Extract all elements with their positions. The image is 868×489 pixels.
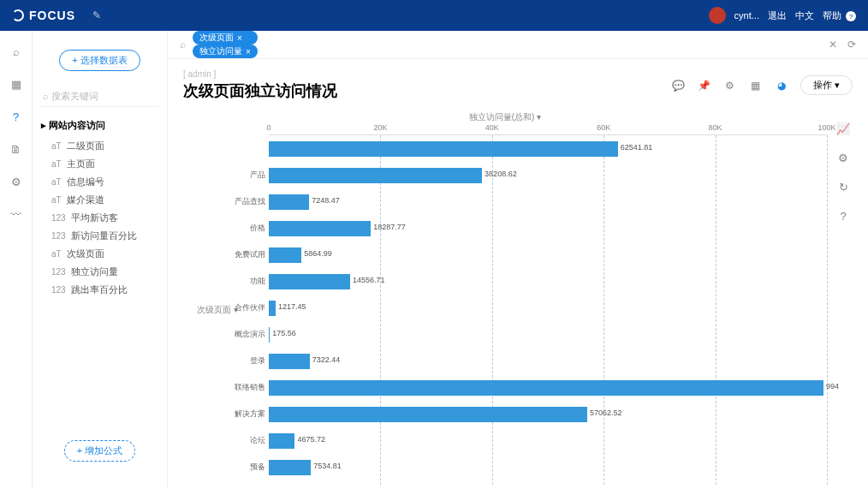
bar-value-label: 4675.72 [297,435,325,444]
field-type-icon: 123 [51,267,66,277]
brand-logo: FOCUS [12,9,75,22]
refresh-icon[interactable]: ⟳ [847,39,856,51]
edit-icon[interactable]: ✎ [92,9,104,21]
tree-item-label: 独立访问量 [71,265,118,278]
bar-row: 解决方案57062.52 [269,401,827,427]
bar[interactable]: 18287.77 [269,221,371,236]
page-title: 次级页面独立访问情况 [183,81,337,101]
query-pill[interactable]: 次级页面 × [193,31,258,45]
search-icon[interactable]: ⌕ [180,39,186,51]
bar-value-label: 7248.47 [312,196,340,205]
query-bar: ⌕ 次级页面 ×独立访问量 × ✕ ⟳ [168,31,868,59]
tree-item-label: 媒介渠道 [67,194,104,206]
field-type-icon: 123 [51,285,66,295]
tree-item[interactable]: 123独立访问量 [41,263,158,281]
comment-icon[interactable]: 💬 [672,79,686,92]
bar-value-label: 57062.52 [590,408,622,417]
clear-icon[interactable]: ✕ [829,39,837,51]
username[interactable]: cynt... [734,10,759,21]
logout-link[interactable]: 退出 [768,9,787,22]
tree-item[interactable]: aT次级页面 [41,245,158,263]
avatar[interactable] [709,7,726,24]
breadcrumb: [ admin ] [183,69,337,79]
help-icon[interactable]: ? [836,209,850,223]
sidebar: + 选择数据表 ⌕ 搜索关键词 ▸ 网站内容访问 aT二级页面aT主页面aT信息… [33,31,168,489]
bar-chart: 独立访问量(总和) ▾ 020K40K60K80K100K 次级页面 ▾ 625… [183,111,827,489]
close-icon[interactable]: × [246,47,251,57]
tree-item-label: 平均新访客 [71,212,118,224]
bar-value-label: 62541.81 [621,143,653,152]
field-type-icon: aT [51,159,62,169]
help-link[interactable]: 帮助 ? [823,9,856,22]
tree-item[interactable]: 123跳出率百分比 [41,281,158,299]
x-tick: 100K [817,123,835,132]
settings-icon[interactable]: ⚙ [723,79,737,92]
x-axis-title[interactable]: 独立访问量(总和) ▾ [183,111,827,123]
bar-row: 合作伙伴1217.45 [269,295,827,321]
query-pill[interactable]: 独立访问量 × [193,45,258,58]
bar-category-label: 产品 [200,170,265,181]
lang-switch[interactable]: 中文 [795,9,814,22]
bar[interactable]: 7534.81 [269,460,311,475]
bar-category-label: 联络销售 [200,382,265,393]
add-formula-button[interactable]: + 增加公式 [64,440,135,462]
bar-row: 产品查找7248.47 [269,188,827,215]
report-icon[interactable]: 🗎 [9,142,23,156]
tree-item[interactable]: aT主页面 [41,155,158,173]
config-icon[interactable]: ⚙ [836,151,850,164]
bar[interactable]: 7248.47 [269,194,309,210]
search-icon[interactable]: ⌕ [9,45,23,58]
tree-item[interactable]: 123平均新访客 [41,209,158,227]
bar[interactable]: 1217.45 [269,301,276,316]
bar-value-label: 175.56 [272,329,296,337]
grid-line [827,135,828,485]
field-type-icon: aT [51,249,62,259]
bar[interactable]: 4675.72 [269,433,294,449]
select-data-button[interactable]: + 选择数据表 [59,50,140,71]
bar-category-label: 解决方案 [200,408,265,420]
bar-value-label: 7322.44 [312,355,341,364]
edit-chart-icon[interactable]: 📈 [836,122,850,135]
bar-category-label: 预备 [200,462,265,473]
tree-item-label: 主页面 [67,158,95,170]
bar[interactable]: 14556.71 [269,274,350,289]
bar[interactable]: 5864.99 [269,247,301,263]
tree-item-label: 二级页面 [67,140,104,152]
bar[interactable]: 57062.52 [269,407,587,422]
bar[interactable]: 62541.81 [269,141,618,157]
question-icon[interactable]: ? [9,110,23,123]
bar-value-label: 5864.99 [304,249,332,258]
board-icon[interactable]: ▦ [9,77,23,91]
tree-item-label: 新访问量百分比 [71,230,137,242]
tree-item[interactable]: 123新访问量百分比 [41,227,158,245]
table-icon[interactable]: ▦ [749,79,763,92]
bar-row: 预备7534.81 [269,454,827,480]
bar[interactable]: 7322.44 [269,354,310,369]
bar-row: 概念演示175.56 [269,321,827,348]
tree-item[interactable]: aT媒介渠道 [41,191,158,209]
field-type-icon: aT [51,177,62,187]
bar[interactable]: 994 [269,380,823,396]
bar-category-label: 产品查找 [200,196,265,207]
pin-icon[interactable]: 📌 [698,79,711,92]
chart-line-icon[interactable]: 〰 [9,207,23,221]
gear-icon[interactable]: ⚙ [9,175,23,188]
tree-item[interactable]: aT信息编号 [41,173,158,191]
reload-icon[interactable]: ↻ [836,180,850,194]
bar[interactable]: 175.56 [269,327,270,343]
bar-row: 62541.81 [269,135,827,162]
bar-row: 价格18287.77 [269,215,827,242]
x-tick: 80K [709,123,722,132]
close-icon[interactable]: × [237,33,242,43]
pie-chart-icon[interactable]: ◕ [775,79,788,92]
operations-button[interactable]: 操作 ▾ [800,75,853,95]
tree-item-label: 信息编号 [67,176,104,188]
bar-value-label: 38208.62 [485,170,517,178]
search-input[interactable]: ⌕ 搜索关键词 [41,86,158,107]
bar-category-label: 价格 [200,223,265,234]
bar-value-label: 994 [826,382,839,391]
tree-section-title[interactable]: ▸ 网站内容访问 [41,119,158,132]
x-tick: 40K [485,123,499,132]
tree-item[interactable]: aT二级页面 [41,137,158,155]
bar[interactable]: 38208.62 [269,168,482,183]
